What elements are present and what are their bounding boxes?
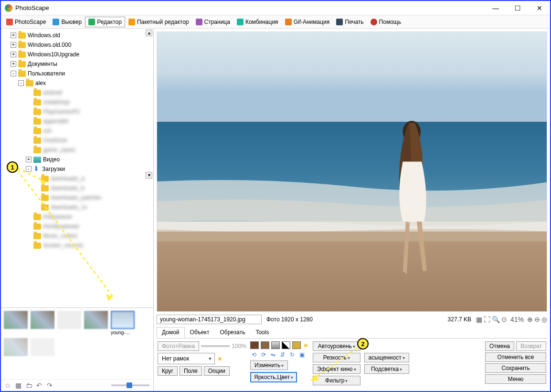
- tree-node[interactable]: downloads_1v: [3, 202, 153, 212]
- folder-tree[interactable]: ▴ ▾ +Windows.old+Windows.old.000+Windows…: [1, 29, 153, 307]
- rotate-right-icon[interactable]: ⟳: [260, 351, 267, 359]
- highlight-button[interactable]: Подсветка: [364, 364, 409, 374]
- thumb-size-slider[interactable]: [111, 384, 149, 386]
- tree-node[interactable]: downloads_b: [3, 183, 153, 193]
- tree-scroll-up[interactable]: ▴: [146, 30, 152, 36]
- tree-scroll-thumb[interactable]: ▾: [146, 172, 152, 179]
- tree-node[interactable]: -Пользователи: [3, 69, 153, 78]
- tab-editor[interactable]: Редактор: [85, 17, 125, 27]
- fullscreen-icon[interactable]: ◎: [541, 316, 547, 323]
- tree-node[interactable]: Изображения: [3, 222, 153, 231]
- rotate-left-icon[interactable]: ⟲: [250, 351, 258, 359]
- transparency-icon[interactable]: ▦: [476, 316, 482, 323]
- tree-node[interactable]: +Windows10Upgrade: [3, 50, 153, 59]
- film-effect-button[interactable]: Эффект кино: [313, 364, 360, 374]
- frame-slider[interactable]: [201, 345, 230, 347]
- tab-batch[interactable]: Пакетный редактор: [125, 17, 192, 27]
- resize-button[interactable]: Изменить: [250, 360, 288, 370]
- thumb-2[interactable]: [31, 311, 54, 329]
- tab-combination[interactable]: Комбинация: [233, 17, 282, 27]
- gold-swatch[interactable]: [292, 341, 301, 349]
- zoom-in-icon[interactable]: ⊕: [527, 316, 533, 323]
- tree-node[interactable]: +Windows.old.000: [3, 40, 153, 50]
- edit-tab-object[interactable]: Объект: [185, 327, 215, 338]
- tree-toggle[interactable]: -: [11, 71, 16, 76]
- brightness-color-button[interactable]: Яркость,Цвет: [250, 372, 297, 382]
- gray-swatch[interactable]: [271, 341, 280, 349]
- options-button[interactable]: Опции: [204, 366, 230, 376]
- tree-toggle[interactable]: -: [26, 166, 32, 172]
- tree-toggle[interactable]: +: [26, 157, 32, 162]
- tree-node[interactable]: +Windows.old: [3, 31, 153, 40]
- autolevel-button[interactable]: Автоуровень: [313, 341, 360, 351]
- tree-node[interactable]: downloads_a: [3, 174, 153, 183]
- edit-tab-home[interactable]: Домой: [157, 327, 185, 338]
- tab-gif[interactable]: Gif-Анимация: [282, 17, 333, 27]
- close-button[interactable]: ✕: [533, 3, 546, 13]
- undo-icon[interactable]: ↶: [36, 381, 44, 389]
- fit-icon[interactable]: ⛶: [484, 316, 490, 323]
- tree-toggle[interactable]: +: [11, 32, 16, 38]
- tree-node[interactable]: metalshop: [3, 97, 153, 107]
- tree-toggle[interactable]: +: [11, 61, 16, 67]
- thumb-selected[interactable]: [111, 311, 135, 329]
- edit-tab-tools[interactable]: Tools: [250, 327, 274, 338]
- tree-node[interactable]: +Документы: [3, 59, 153, 69]
- tree-node[interactable]: Screen_records: [3, 241, 153, 250]
- tree-toggle[interactable]: +: [11, 52, 16, 57]
- saturation-button[interactable]: асыщенност: [364, 353, 409, 362]
- tree-toggle[interactable]: -: [18, 80, 24, 86]
- tab-photoscape[interactable]: PhotoScape: [3, 17, 49, 27]
- zoom-fit-icon[interactable]: ⊙: [501, 316, 507, 323]
- thumb-4[interactable]: [84, 311, 108, 329]
- thumb-6[interactable]: [4, 338, 28, 356]
- photo-frame-button[interactable]: Фото+Рамка: [158, 341, 199, 351]
- image-preview[interactable]: [157, 32, 547, 312]
- tab-print[interactable]: Печать: [333, 17, 367, 27]
- edit-tab-crop[interactable]: Обрезать: [214, 327, 250, 338]
- thumb-1[interactable]: [4, 311, 28, 329]
- cancel-button[interactable]: Отмена: [485, 341, 514, 351]
- thumb-3[interactable]: [57, 311, 81, 329]
- tree-node[interactable]: -alex: [3, 78, 153, 88]
- tree-node[interactable]: Избранное: [3, 212, 153, 222]
- favorite-icon[interactable]: ☆: [5, 381, 12, 389]
- flip-v-icon[interactable]: ⇵: [279, 351, 286, 359]
- tree-node[interactable]: game_saves: [3, 145, 153, 155]
- swatch-favorite-icon[interactable]: ★: [303, 341, 309, 349]
- tree-node[interactable]: ssh: [3, 126, 153, 136]
- thumb-7[interactable]: [31, 338, 54, 356]
- frame-favorite-icon[interactable]: ★: [217, 355, 223, 362]
- crop-free-icon[interactable]: ▣: [298, 351, 306, 359]
- tree-node[interactable]: PlayGamesPC: [3, 107, 153, 117]
- redo-button[interactable]: Возврат: [516, 341, 546, 351]
- frame-select[interactable]: Нет рамок: [158, 353, 215, 364]
- filename-field[interactable]: young-woman-1745173_1920.jpg: [157, 315, 262, 324]
- tab-viewer[interactable]: Вьювер: [49, 17, 85, 27]
- tree-node[interactable]: OneDrive: [3, 136, 153, 145]
- warm-swatch[interactable]: [261, 341, 269, 349]
- save-button[interactable]: Сохранить: [485, 363, 546, 373]
- bw-swatch[interactable]: [282, 341, 290, 349]
- minimize-button[interactable]: —: [489, 3, 502, 13]
- tree-node[interactable]: Music_collect: [3, 231, 153, 241]
- maximize-button[interactable]: ☐: [511, 3, 524, 13]
- filter-button[interactable]: Фильтр: [313, 376, 360, 385]
- browse-icon[interactable]: 🗀: [26, 381, 33, 389]
- field-button[interactable]: Поле: [180, 366, 202, 376]
- undo-all-button[interactable]: Отменить все: [485, 352, 546, 362]
- redo-icon[interactable]: ↷: [47, 381, 54, 389]
- tree-node[interactable]: +Видео: [3, 155, 153, 164]
- tree-node[interactable]: append64: [3, 117, 153, 126]
- sharpness-button[interactable]: Резкость: [313, 353, 360, 362]
- tree-node[interactable]: android: [3, 88, 153, 97]
- circle-button[interactable]: Круг: [158, 366, 178, 376]
- menu-button[interactable]: Меню: [485, 374, 546, 384]
- free-rotate-icon[interactable]: ↻: [288, 351, 296, 359]
- tree-toggle[interactable]: +: [11, 42, 16, 48]
- tree-node[interactable]: downloads_patches: [3, 193, 153, 202]
- tab-help[interactable]: Помощь: [367, 17, 404, 27]
- tab-page[interactable]: Страница: [192, 17, 233, 27]
- slideshow-icon[interactable]: ▦: [15, 381, 23, 389]
- flip-h-icon[interactable]: ⇋: [269, 351, 277, 359]
